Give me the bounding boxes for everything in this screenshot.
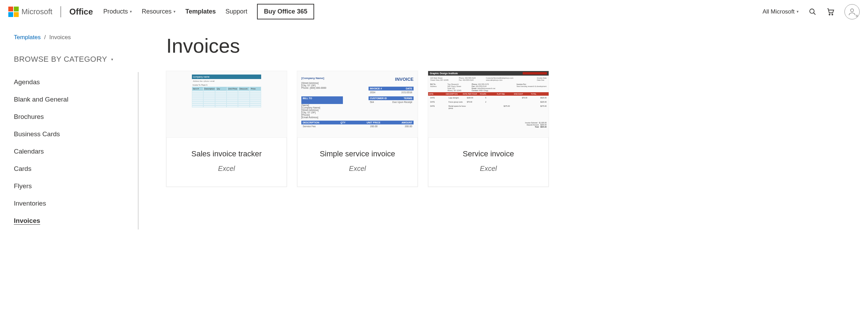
browse-heading-label: BROWSE BY CATEGORY bbox=[14, 55, 107, 64]
category-flyers[interactable]: Flyers bbox=[14, 182, 32, 190]
office-brand-link[interactable]: Office bbox=[69, 7, 93, 17]
sidebar: Templates / Invoices BROWSE BY CATEGORY … bbox=[14, 34, 139, 229]
main-content: Invoices company name Address line • pho… bbox=[139, 34, 854, 229]
nav-products[interactable]: Products▾ bbox=[103, 8, 132, 15]
template-card-service-invoice[interactable]: Graphic Design Institute 123 Main Street… bbox=[428, 71, 549, 187]
cart-icon bbox=[826, 8, 835, 16]
nav-products-label: Products bbox=[103, 8, 128, 15]
svg-point-3 bbox=[832, 14, 833, 15]
template-app: Excel bbox=[304, 165, 410, 173]
nav-support[interactable]: Support bbox=[225, 8, 247, 15]
account-button[interactable] bbox=[844, 4, 860, 19]
search-button[interactable] bbox=[808, 8, 817, 16]
nav-resources[interactable]: Resources▾ bbox=[142, 8, 176, 15]
breadcrumb-templates[interactable]: Templates bbox=[14, 34, 41, 41]
template-thumbnail: company name Address line • phone • emai… bbox=[166, 71, 287, 138]
all-microsoft-menu[interactable]: All Microsoft▾ bbox=[762, 8, 799, 15]
content-area: Templates / Invoices BROWSE BY CATEGORY … bbox=[0, 24, 868, 240]
browse-by-category-toggle[interactable]: BROWSE BY CATEGORY ▾ bbox=[14, 55, 139, 64]
template-app: Excel bbox=[435, 165, 541, 173]
category-inventories[interactable]: Inventories bbox=[14, 200, 46, 207]
template-grid: company name Address line • phone • emai… bbox=[166, 71, 854, 187]
template-card-body: Sales invoice tracker Excel bbox=[166, 138, 287, 187]
page-title: Invoices bbox=[166, 34, 854, 57]
category-calendars[interactable]: Calendars bbox=[14, 148, 44, 155]
category-brochures[interactable]: Brochures bbox=[14, 113, 44, 120]
template-thumbnail: Graphic Design Institute 123 Main Street… bbox=[428, 71, 549, 138]
nav-templates[interactable]: Templates bbox=[185, 8, 216, 15]
chevron-down-icon: ▾ bbox=[797, 9, 799, 14]
template-card-simple-service-invoice[interactable]: [Company Name]INVOICE [Street Address] [… bbox=[297, 71, 418, 187]
template-thumbnail: [Company Name]INVOICE [Street Address] [… bbox=[297, 71, 418, 138]
template-app: Excel bbox=[174, 165, 280, 173]
all-microsoft-label: All Microsoft bbox=[762, 8, 795, 15]
chevron-down-icon: ▾ bbox=[111, 57, 114, 62]
primary-nav: Products▾ Resources▾ Templates Support B… bbox=[103, 4, 314, 19]
category-business-cards[interactable]: Business Cards bbox=[14, 130, 60, 138]
chevron-down-icon: ▾ bbox=[130, 9, 132, 14]
category-invoices[interactable]: Invoices bbox=[14, 217, 40, 224]
template-card-sales-invoice-tracker[interactable]: company name Address line • phone • emai… bbox=[166, 71, 287, 187]
template-title: Sales invoice tracker bbox=[174, 149, 280, 158]
search-icon bbox=[809, 8, 816, 16]
category-cards[interactable]: Cards bbox=[14, 165, 32, 172]
template-title: Simple service invoice bbox=[304, 149, 410, 158]
category-blank-general[interactable]: Blank and General bbox=[14, 96, 68, 103]
breadcrumb-current: Invoices bbox=[49, 34, 71, 41]
header-right: All Microsoft▾ bbox=[762, 4, 860, 19]
chevron-down-icon: ▾ bbox=[174, 9, 176, 14]
template-title: Service invoice bbox=[435, 149, 541, 158]
nav-resources-label: Resources bbox=[142, 8, 171, 15]
cart-button[interactable] bbox=[826, 8, 835, 16]
template-card-body: Simple service invoice Excel bbox=[297, 138, 418, 187]
plus-icon bbox=[855, 14, 859, 18]
header-divider bbox=[61, 6, 61, 17]
breadcrumb: Templates / Invoices bbox=[14, 34, 139, 41]
template-card-body: Service invoice Excel bbox=[428, 138, 549, 187]
svg-point-4 bbox=[851, 9, 854, 12]
svg-point-2 bbox=[829, 14, 830, 15]
microsoft-logo-link[interactable]: Microsoft bbox=[8, 7, 52, 17]
global-header: Microsoft Office Products▾ Resources▾ Te… bbox=[0, 0, 868, 24]
buy-office-button[interactable]: Buy Office 365 bbox=[257, 4, 314, 19]
svg-line-1 bbox=[814, 12, 816, 15]
breadcrumb-separator: / bbox=[44, 34, 46, 41]
category-agendas[interactable]: Agendas bbox=[14, 78, 40, 86]
category-list: Agendas Blank and General Brochures Busi… bbox=[14, 72, 139, 229]
microsoft-wordmark: Microsoft bbox=[21, 7, 52, 16]
svg-point-0 bbox=[810, 9, 814, 13]
microsoft-logo-icon bbox=[8, 7, 19, 17]
